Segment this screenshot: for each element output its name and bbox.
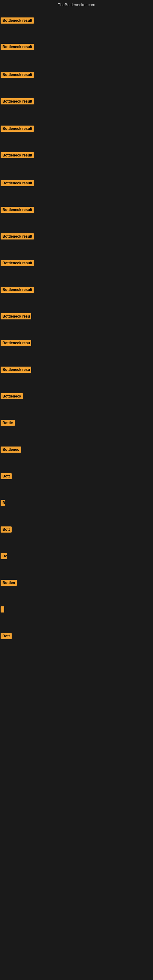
bottleneck-badge-13: Bottleneck resu bbox=[1, 340, 31, 346]
bottleneck-badge-4: Bottleneck result bbox=[1, 98, 34, 105]
result-row: Bott bbox=[1, 527, 12, 534]
result-row: Bott bbox=[1, 633, 12, 640]
bottleneck-badge-21: Bo bbox=[1, 553, 7, 559]
result-row: Bottleneck result bbox=[1, 207, 34, 214]
bottleneck-badge-22: Bottlen bbox=[1, 580, 17, 586]
bottleneck-badge-18: Bott bbox=[1, 473, 12, 479]
result-row: Bottleneck resu bbox=[1, 313, 31, 321]
bottleneck-badge-7: Bottleneck result bbox=[1, 180, 34, 186]
bottleneck-badge-14: Bottleneck resu bbox=[1, 367, 31, 373]
bottleneck-badge-10: Bottleneck result bbox=[1, 260, 34, 266]
bottleneck-badge-8: Bottleneck result bbox=[1, 207, 34, 213]
bottleneck-badge-16: Bottle bbox=[1, 420, 15, 426]
result-row: Bottleneck result bbox=[1, 44, 34, 51]
result-row: Bottleneck bbox=[1, 393, 23, 401]
bottleneck-badge-2: Bottleneck result bbox=[1, 44, 34, 50]
bottleneck-badge-24: Bott bbox=[1, 633, 12, 639]
bottleneck-badge-11: Bottleneck result bbox=[1, 286, 34, 293]
bottleneck-badge-5: Bottleneck result bbox=[1, 126, 34, 132]
result-row: Bottleneck result bbox=[1, 126, 34, 133]
bottleneck-badge-12: Bottleneck resu bbox=[1, 313, 31, 320]
result-row: Bottleneck resu bbox=[1, 367, 31, 374]
bottleneck-badge-9: Bottleneck result bbox=[1, 233, 34, 240]
result-row: Bottleneck result bbox=[1, 260, 34, 267]
result-row: Bottleneck result bbox=[1, 98, 34, 106]
bottleneck-badge-3: Bottleneck result bbox=[1, 72, 34, 78]
result-row: Bottlenec bbox=[1, 447, 21, 454]
result-row: Bottleneck resu bbox=[1, 340, 31, 347]
result-row: | bbox=[1, 606, 4, 614]
bottleneck-badge-19: B bbox=[1, 500, 5, 506]
bottleneck-badge-6: Bottleneck result bbox=[1, 152, 34, 158]
result-row: Bottleneck result bbox=[1, 286, 34, 294]
result-row: Bottleneck result bbox=[1, 72, 34, 79]
bottleneck-badge-1: Bottleneck result bbox=[1, 18, 34, 24]
result-row: Bott bbox=[1, 473, 12, 480]
result-row: Bottle bbox=[1, 420, 15, 427]
result-row: Bottleneck result bbox=[1, 152, 34, 159]
site-header: TheBottlenecker.com bbox=[0, 0, 153, 8]
result-row: Bottleneck result bbox=[1, 180, 34, 188]
bottleneck-badge-20: Bott bbox=[1, 527, 12, 533]
result-row: Bottlen bbox=[1, 580, 17, 587]
result-row: Bottleneck result bbox=[1, 233, 34, 241]
bottleneck-badge-15: Bottleneck bbox=[1, 393, 23, 399]
result-row: Bottleneck result bbox=[1, 18, 34, 25]
result-row: B bbox=[1, 500, 5, 507]
bottleneck-badge-23: | bbox=[1, 606, 4, 612]
bottleneck-badge-17: Bottlenec bbox=[1, 447, 21, 453]
result-row: Bo bbox=[1, 553, 7, 560]
